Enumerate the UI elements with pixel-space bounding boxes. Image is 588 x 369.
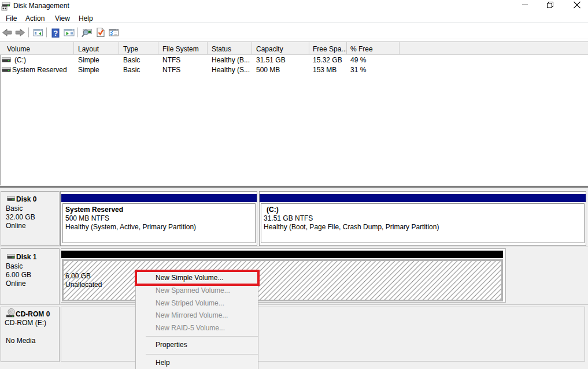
svg-text:?: ? <box>53 29 58 38</box>
